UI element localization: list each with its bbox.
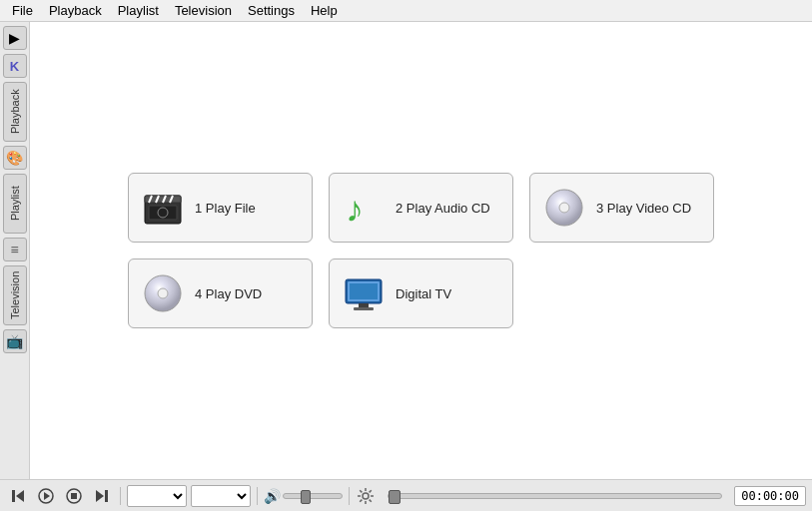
sidebar-btn-kino[interactable]: K bbox=[3, 54, 27, 78]
svg-point-10 bbox=[559, 203, 569, 213]
sidebar-btn-skins[interactable]: 🎨 bbox=[3, 146, 27, 170]
separator-1 bbox=[120, 487, 121, 505]
separator-3 bbox=[349, 487, 350, 505]
menu-playlist[interactable]: Playlist bbox=[110, 1, 167, 20]
play-button[interactable] bbox=[34, 484, 58, 508]
separator-2 bbox=[257, 487, 258, 505]
svg-text:♪: ♪ bbox=[346, 189, 364, 230]
sidebar: ▶ K Playback 🎨 Playlist ≡ Television 📺 bbox=[0, 22, 30, 479]
sidebar-btn-start[interactable]: ▶ bbox=[3, 26, 27, 50]
volume-area: 🔊 bbox=[264, 488, 343, 504]
svg-rect-19 bbox=[12, 490, 15, 502]
menu-settings[interactable]: Settings bbox=[240, 1, 303, 20]
settings-icon[interactable] bbox=[356, 486, 376, 506]
time-display: 00:00:00 bbox=[734, 486, 806, 506]
menu-help[interactable]: Help bbox=[303, 1, 346, 20]
svg-marker-24 bbox=[96, 490, 104, 502]
play-file-button[interactable]: 1 Play File bbox=[128, 173, 313, 243]
file-icon bbox=[141, 186, 185, 230]
sidebar-btn-playback[interactable]: Playback bbox=[3, 82, 27, 142]
sidebar-btn-eq[interactable]: ≡ bbox=[3, 238, 27, 261]
svg-marker-21 bbox=[44, 492, 50, 500]
play-video-cd-button[interactable]: 3 Play Video CD bbox=[529, 173, 714, 243]
svg-point-26 bbox=[363, 493, 369, 499]
play-dvd-label: 4 Play DVD bbox=[195, 286, 262, 301]
tv-icon bbox=[342, 271, 386, 315]
volume-icon[interactable]: 🔊 bbox=[264, 488, 281, 504]
play-audio-cd-label: 2 Play Audio CD bbox=[396, 201, 490, 216]
stop-button[interactable] bbox=[62, 484, 86, 508]
digital-tv-label: Digital TV bbox=[396, 286, 451, 301]
sidebar-btn-television[interactable]: Television bbox=[3, 265, 27, 325]
svg-point-12 bbox=[158, 288, 168, 298]
svg-rect-23 bbox=[71, 493, 77, 499]
content-area: 1 Play File ♪ 2 Play Audio CD bbox=[30, 22, 812, 479]
quality-select[interactable] bbox=[191, 485, 251, 507]
progress-thumb[interactable] bbox=[389, 490, 401, 504]
button-grid: 1 Play File ♪ 2 Play Audio CD bbox=[128, 173, 714, 328]
svg-rect-15 bbox=[350, 283, 378, 299]
digital-tv-button[interactable]: Digital TV bbox=[329, 258, 513, 328]
progress-bar[interactable] bbox=[388, 493, 722, 499]
play-video-cd-label: 3 Play Video CD bbox=[596, 201, 691, 216]
next-button[interactable] bbox=[90, 484, 114, 508]
menu-playback[interactable]: Playback bbox=[41, 1, 110, 20]
svg-rect-25 bbox=[105, 490, 108, 502]
video-cd-icon bbox=[542, 186, 586, 230]
main-area: ▶ K Playback 🎨 Playlist ≡ Television 📺 bbox=[0, 22, 812, 479]
svg-marker-18 bbox=[16, 490, 24, 502]
menu-file[interactable]: File bbox=[4, 1, 41, 20]
svg-rect-16 bbox=[359, 303, 369, 307]
track-select[interactable] bbox=[127, 485, 187, 507]
svg-rect-17 bbox=[354, 307, 374, 310]
menu-television[interactable]: Television bbox=[167, 1, 240, 20]
volume-thumb[interactable] bbox=[301, 490, 311, 504]
play-dvd-button[interactable]: 4 Play DVD bbox=[128, 258, 313, 328]
play-audio-cd-button[interactable]: ♪ 2 Play Audio CD bbox=[329, 173, 513, 243]
sidebar-btn-playlist[interactable]: Playlist bbox=[3, 174, 27, 234]
menu-bar: File Playback Playlist Television Settin… bbox=[0, 0, 812, 22]
play-file-label: 1 Play File bbox=[195, 201, 256, 216]
prev-button[interactable] bbox=[6, 484, 30, 508]
sidebar-btn-tv[interactable]: 📺 bbox=[3, 329, 27, 353]
bottom-bar: 🔊 00:00:00 bbox=[0, 479, 812, 511]
volume-slider[interactable] bbox=[283, 493, 343, 499]
dvd-icon bbox=[141, 271, 185, 315]
audio-cd-icon: ♪ bbox=[342, 186, 386, 230]
